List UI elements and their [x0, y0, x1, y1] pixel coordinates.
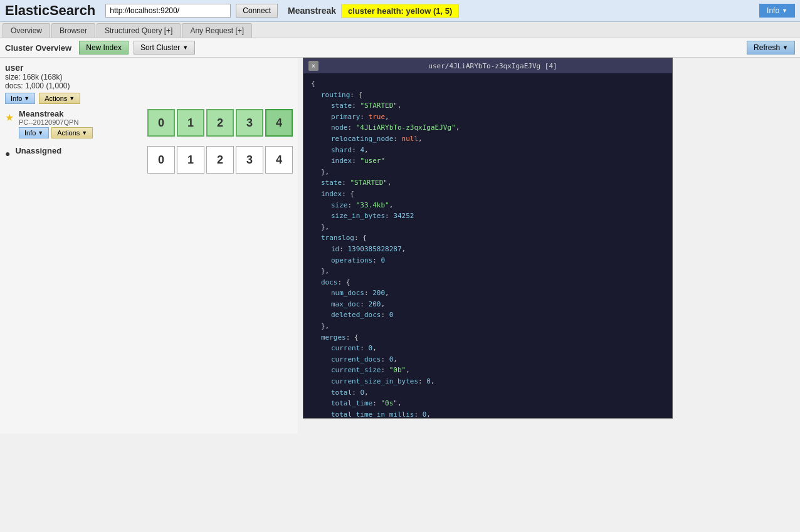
sort-cluster-label: Sort Cluster: [140, 43, 180, 52]
cluster-name: Meanstreak: [288, 6, 336, 16]
shard-cell-unassigned-0[interactable]: 0: [147, 146, 175, 174]
shard-cell-3[interactable]: 3: [236, 109, 263, 137]
shard-grid-unassigned: 0 1 2 3 4: [147, 146, 293, 174]
star-icon: ★: [5, 112, 14, 123]
shard-cell-unassigned-3[interactable]: 3: [236, 146, 263, 174]
tab-overview[interactable]: Overview: [3, 23, 50, 38]
node-text-meanstreak: Meanstreak PC--20120907QPN Info ▼ Action…: [19, 109, 142, 138]
tab-structured-query[interactable]: Structured Query [+]: [97, 23, 181, 38]
shard-cell-unassigned-1[interactable]: 1: [177, 146, 204, 174]
sort-cluster-arrow: ▼: [182, 44, 188, 51]
refresh-button[interactable]: Refresh ▼: [747, 41, 795, 55]
index-info-button[interactable]: Info ▼: [5, 93, 35, 104]
json-modal-title: user/4JLiARYbTo-z3qxIgaEJVg [4]: [318, 62, 667, 70]
node-info-arrow: ▼: [38, 130, 43, 136]
shard-grid-primary: 0 1 2 3 4: [147, 109, 293, 137]
node-actions-button-meanstreak[interactable]: Actions ▼: [51, 127, 93, 138]
json-modal-header: × user/4JLiARYbTo-z3qxIgaEJVg [4]: [303, 58, 672, 73]
node-text-unassigned: Unassigned: [15, 146, 142, 155]
node-btns-meanstreak: Info ▼ Actions ▼: [19, 127, 142, 138]
left-panel: user size: 168k (168k) docs: 1,000 (1,00…: [0, 58, 298, 434]
json-modal-body[interactable]: { routing: { state: "STARTED", primary: …: [303, 73, 672, 418]
nav-tabs: Overview Browser Structured Query [+] An…: [0, 22, 800, 38]
new-index-button[interactable]: New Index: [79, 41, 129, 55]
index-actions-button[interactable]: Actions ▼: [39, 93, 80, 104]
main-content: user size: 168k (168k) docs: 1,000 (1,00…: [0, 58, 800, 434]
node-icon-col-unassigned: ●: [5, 146, 10, 159]
node-row-meanstreak: ★ Meanstreak PC--20120907QPN Info ▼ Acti…: [5, 109, 293, 138]
refresh-label: Refresh: [754, 43, 780, 52]
shard-cell-1[interactable]: 1: [177, 109, 204, 137]
info-button[interactable]: Info ▼: [759, 4, 795, 18]
refresh-arrow: ▼: [782, 44, 788, 51]
cluster-overview-label: Cluster Overview: [5, 43, 71, 53]
index-name: user: [5, 63, 293, 73]
index-size: size: 168k (168k): [5, 73, 293, 81]
sort-cluster-button[interactable]: Sort Cluster ▼: [134, 41, 195, 55]
index-actions-arrow: ▼: [69, 95, 75, 102]
index-action-buttons: Info ▼ Actions ▼: [5, 93, 293, 104]
index-info-arrow: ▼: [24, 95, 29, 102]
info-label: Info: [767, 6, 779, 15]
shard-cell-unassigned-2[interactable]: 2: [206, 146, 234, 174]
connect-button[interactable]: Connect: [236, 4, 278, 18]
node-name-unassigned: Unassigned: [15, 146, 142, 155]
node-info-button-meanstreak[interactable]: Info ▼: [19, 127, 49, 138]
node-actions-arrow: ▼: [82, 130, 87, 136]
shard-cell-2[interactable]: 2: [206, 109, 234, 137]
shard-cell-0[interactable]: 0: [147, 109, 175, 137]
node-icon-col: ★: [5, 109, 14, 123]
app-title: ElasticSearch: [5, 3, 95, 19]
index-header: user size: 168k (168k) docs: 1,000 (1,00…: [5, 63, 293, 104]
tab-any-request[interactable]: Any Request [+]: [182, 23, 252, 38]
info-dropdown-arrow: ▼: [782, 8, 787, 14]
top-bar: ElasticSearch Connect Meanstreak cluster…: [0, 0, 800, 22]
cluster-health-badge: cluster health: yellow (1, 5): [341, 4, 459, 18]
node-unassigned: ● Unassigned 0 1 2 3 4: [5, 146, 293, 174]
node-row-unassigned: ● Unassigned 0 1 2 3 4: [5, 146, 293, 174]
shard-cell-4[interactable]: 4: [265, 109, 293, 137]
circle-icon: ●: [5, 149, 10, 159]
tab-browser[interactable]: Browser: [51, 23, 95, 38]
node-sub-meanstreak: PC--20120907QPN: [19, 118, 142, 126]
shard-cell-unassigned-4[interactable]: 4: [265, 146, 293, 174]
json-modal: × user/4JLiARYbTo-z3qxIgaEJVg [4] { rout…: [303, 58, 673, 419]
index-docs: docs: 1,000 (1,000): [5, 81, 293, 90]
url-input[interactable]: [105, 4, 231, 18]
node-name-meanstreak: Meanstreak: [19, 109, 142, 118]
cluster-bar: Cluster Overview New Index Sort Cluster …: [0, 38, 800, 58]
node-meanstreak: ★ Meanstreak PC--20120907QPN Info ▼ Acti…: [5, 109, 293, 138]
json-modal-close-button[interactable]: ×: [308, 61, 318, 71]
